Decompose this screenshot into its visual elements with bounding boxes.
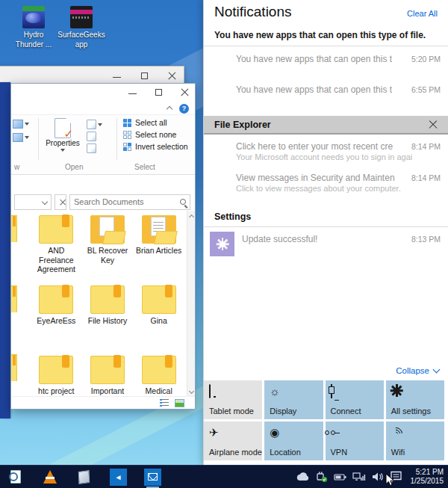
taskbar-notepad-button[interactable] xyxy=(75,468,93,486)
folder-open-icon xyxy=(142,215,176,244)
ribbon-top-row: ? xyxy=(11,101,195,115)
minimize-icon[interactable] xyxy=(128,88,137,96)
notification-time: 6:55 PM xyxy=(407,85,441,94)
folder-item[interactable]: EyeAreEss xyxy=(31,284,82,347)
notification-item[interactable]: Click here to enter your most recent cre… xyxy=(204,141,448,152)
quick-action-wifi[interactable]: Wifi xyxy=(386,421,444,460)
folder-icon xyxy=(39,356,73,384)
edit-button[interactable] xyxy=(87,132,102,141)
large-icons-view-icon[interactable] xyxy=(175,399,184,407)
quick-action-location[interactable]: ◉ Location xyxy=(264,421,323,460)
vertical-scrollbar[interactable] xyxy=(187,211,195,396)
close-icon[interactable] xyxy=(429,120,438,129)
notification-time: 8:14 PM xyxy=(407,142,441,151)
file-explorer-group-header: File Explorer xyxy=(204,116,448,135)
quick-action-display[interactable]: ☼ Display xyxy=(264,380,323,419)
desktop-icon-surfacegeeks[interactable]: SurfaceGeeks app xyxy=(57,6,106,49)
taskbar-vlc-button[interactable] xyxy=(41,468,58,486)
invert-selection-button[interactable]: Invert selection xyxy=(123,142,195,151)
folder-item[interactable]: AND Freelance Agreement xyxy=(31,214,82,277)
details-view-icon[interactable] xyxy=(160,399,169,407)
edit-icon xyxy=(87,132,96,141)
explorer-titlebar[interactable] xyxy=(11,84,195,101)
quick-actions-grid: Tablet mode ☼ Display Connect All settin… xyxy=(204,380,444,460)
collapse-ribbon-icon[interactable] xyxy=(167,105,172,111)
clear-all-button[interactable]: Clear All xyxy=(407,9,438,18)
usb-device-icon[interactable] xyxy=(315,470,329,484)
gear-icon xyxy=(391,385,405,398)
cancel-navigation-button[interactable] xyxy=(55,194,66,210)
taskbar-app-button[interactable]: ◄ xyxy=(110,468,127,486)
notification-item[interactable]: View messages in Security and Mainten 8:… xyxy=(204,173,448,183)
folder-open-icon xyxy=(90,215,125,244)
quick-action-tablet-mode[interactable]: Tablet mode xyxy=(204,380,262,419)
network-icon[interactable] xyxy=(352,470,366,484)
settings-group-header: Settings xyxy=(204,211,448,222)
brightness-icon: ☼ xyxy=(270,385,283,398)
quick-action-connect[interactable]: Connect xyxy=(326,380,384,419)
dropdown-arrow-icon xyxy=(25,136,29,139)
ribbon-group-labels: w Open Select xyxy=(11,163,195,175)
folder-item[interactable]: File History xyxy=(82,284,134,347)
open-button[interactable] xyxy=(87,120,102,129)
taskbar-search-document-button[interactable] xyxy=(7,468,24,486)
ribbon-group-select: Select all Select none Invert selection xyxy=(117,115,195,163)
minimize-icon[interactable] xyxy=(113,72,121,80)
search-input[interactable] xyxy=(74,197,180,206)
windows-desktop-screen: Hydro Thunder ... SurfaceGeeks app ? xyxy=(0,0,448,488)
maximize-icon[interactable] xyxy=(155,88,163,96)
action-center-panel: Notifications Clear All You have new app… xyxy=(203,0,448,465)
close-icon[interactable] xyxy=(168,72,176,80)
select-none-icon xyxy=(123,131,131,139)
maximize-icon[interactable] xyxy=(140,72,149,80)
system-tray: 5:21 PM 1/25/2015 xyxy=(296,468,448,487)
notification-time: 8:13 PM xyxy=(411,232,441,244)
select-all-button[interactable]: Select all xyxy=(123,118,195,127)
notification-item[interactable]: You have new apps that can open this t 6… xyxy=(204,84,448,95)
explorer-ribbon: ✓ Properties xyxy=(11,115,195,163)
folder-item[interactable]: htc project agreement xyxy=(31,354,82,396)
panel-title: Notifications xyxy=(214,4,292,20)
battery-icon[interactable] xyxy=(334,470,347,484)
explorer-status-bar xyxy=(11,396,195,409)
address-bar[interactable] xyxy=(14,194,52,210)
desktop-icon-hydro-thunder[interactable]: Hydro Thunder ... xyxy=(9,6,58,49)
scroll-down-icon[interactable] xyxy=(189,389,194,394)
notification-item[interactable]: Update successful! 8:13 PM xyxy=(204,227,448,256)
search-box[interactable] xyxy=(69,194,190,210)
clock-time: 5:21 PM xyxy=(411,468,444,478)
volume-icon[interactable] xyxy=(371,470,385,484)
close-icon[interactable] xyxy=(181,88,189,96)
folder-item[interactable]: Brian Articles xyxy=(133,214,184,277)
folder-item[interactable]: Gina xyxy=(133,284,184,347)
folder-grid: AND Freelance Agreement BL Recover Key B… xyxy=(31,214,184,396)
background-window-edge xyxy=(0,82,10,418)
easy-access-button[interactable] xyxy=(13,120,37,129)
partial-folder-icon xyxy=(11,215,17,242)
select-none-button[interactable]: Select none xyxy=(123,130,195,139)
check-icon: ✓ xyxy=(63,127,73,140)
scroll-up-icon[interactable] xyxy=(189,213,194,218)
folder-item[interactable]: BL Recover Key xyxy=(82,214,134,277)
collapse-button[interactable]: Collapse xyxy=(396,366,439,375)
folder-item[interactable]: Important Keys!!! xyxy=(82,354,134,396)
quick-action-vpn[interactable]: VPN xyxy=(326,421,384,460)
folder-icon xyxy=(90,285,125,314)
onedrive-cloud-icon[interactable] xyxy=(296,470,310,484)
taskbar-mail-button[interactable] xyxy=(144,468,161,486)
notification-subtitle: Click to view messages about your comput… xyxy=(204,183,448,193)
properties-button[interactable]: ✓ Properties xyxy=(43,118,82,163)
airplane-icon: ✈ xyxy=(209,426,223,439)
new-item-button[interactable] xyxy=(13,133,37,142)
quick-action-all-settings[interactable]: All settings xyxy=(386,380,444,419)
taskbar-clock[interactable]: 5:21 PM 1/25/2015 xyxy=(408,468,444,487)
quick-action-airplane-mode[interactable]: ✈ Airplane mode xyxy=(204,421,262,460)
help-icon[interactable]: ? xyxy=(179,104,189,114)
ribbon-group-open: ✓ Properties xyxy=(39,115,116,163)
notification-item[interactable]: You have new apps that can open this t 5… xyxy=(204,54,448,64)
action-center-icon[interactable] xyxy=(390,470,403,484)
history-button[interactable] xyxy=(87,143,102,153)
group-label-new: w xyxy=(14,163,19,171)
app-tile-icon: ◄ xyxy=(110,469,127,486)
folder-item[interactable]: Medical xyxy=(133,354,184,396)
